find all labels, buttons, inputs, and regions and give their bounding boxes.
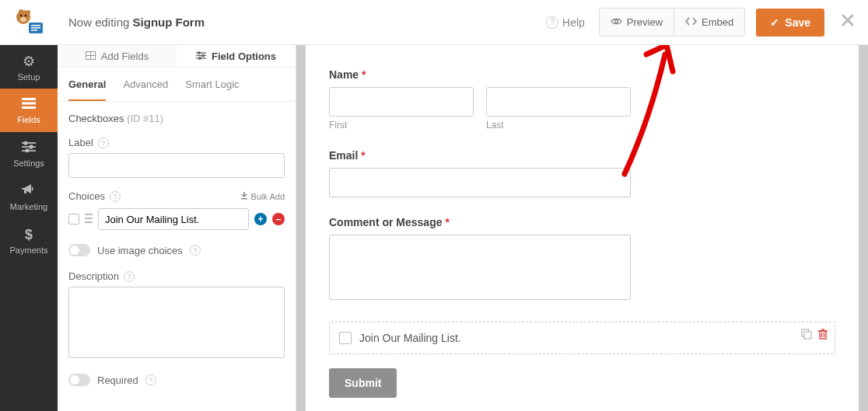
svg-rect-36 (820, 331, 826, 339)
preview-pane: Name * First Last (296, 45, 868, 411)
help-icon[interactable]: ? (110, 191, 121, 202)
tab-field-options[interactable]: Field Options (177, 45, 296, 67)
label-input[interactable] (68, 153, 285, 178)
eye-icon (611, 16, 622, 28)
subtab-general[interactable]: General (68, 78, 106, 101)
subtab-smartlogic[interactable]: Smart Logic (185, 78, 239, 101)
required-asterisk: * (361, 149, 365, 162)
name-label: Name (329, 68, 359, 81)
check-icon: ✓ (770, 16, 779, 29)
preview-embed-group: Preview Embed (599, 8, 745, 37)
tab-label: Add Fields (101, 51, 149, 62)
choice-input[interactable] (98, 208, 249, 230)
tab-add-fields[interactable]: Add Fields (58, 45, 177, 67)
help-icon[interactable]: ? (190, 245, 201, 256)
page-title: Now editing Signup Form (68, 16, 205, 29)
choices-label: Choices ? (68, 190, 121, 202)
svg-rect-11 (22, 103, 36, 105)
sub-tabs: General Advanced Smart Logic (58, 68, 296, 102)
required-asterisk: * (362, 68, 366, 81)
comment-label: Comment or Message (329, 216, 442, 228)
last-name-input[interactable] (486, 87, 631, 117)
svg-rect-19 (24, 190, 26, 193)
description-input[interactable] (68, 287, 285, 358)
submit-button[interactable]: Submit (329, 368, 397, 398)
svg-point-27 (202, 54, 205, 57)
svg-point-14 (24, 141, 27, 145)
duplicate-icon[interactable] (801, 329, 812, 342)
save-label: Save (785, 16, 810, 29)
nav-marketing[interactable]: Marketing (0, 176, 58, 219)
help-icon: ? (546, 16, 558, 29)
editing-prefix: Now editing (68, 16, 133, 29)
field-id: (ID #11) (127, 113, 163, 124)
comment-input[interactable] (329, 235, 631, 300)
embed-label: Embed (702, 16, 733, 28)
sliders-icon (22, 140, 36, 156)
field-type: Checkboxes (68, 113, 124, 124)
comment-field[interactable]: Comment or Message * (329, 216, 835, 303)
image-choices-label: Use image choices (97, 245, 183, 256)
list-icon (22, 96, 36, 113)
image-choices-toggle[interactable] (68, 244, 90, 256)
help-icon[interactable]: ? (98, 138, 109, 148)
help-icon[interactable]: ? (124, 271, 135, 282)
bullhorn-icon (22, 183, 36, 200)
nav-settings[interactable]: Settings (0, 132, 58, 176)
help-label: Help (562, 16, 585, 29)
form-preview: Name * First Last (306, 45, 859, 411)
preview-button[interactable]: Preview (600, 9, 674, 36)
tab-label: Field Options (212, 51, 276, 62)
top-tabs: Add Fields Field Options (58, 45, 296, 68)
help-icon[interactable]: ? (145, 374, 156, 385)
save-button[interactable]: ✓ Save (756, 9, 824, 37)
checkbox-label: Join Our Mailing List. (359, 332, 461, 344)
code-icon (685, 16, 697, 28)
close-button[interactable] (842, 14, 854, 30)
name-field[interactable]: Name * First Last (329, 57, 835, 131)
topbar: Now editing Signup Form ? Help Preview (58, 0, 868, 45)
checkbox-input[interactable] (339, 332, 352, 344)
subtab-advanced[interactable]: Advanced (123, 78, 168, 101)
add-choice-button[interactable]: + (254, 213, 267, 225)
choice-default-checkbox[interactable] (68, 214, 79, 225)
required-toggle[interactable] (68, 374, 90, 386)
required-asterisk: * (445, 216, 449, 228)
help-link[interactable]: ? Help (546, 16, 585, 29)
remove-choice-button[interactable]: – (272, 213, 285, 225)
nav-setup[interactable]: ⚙ Setup (0, 45, 58, 89)
svg-point-3 (20, 14, 23, 16)
first num-name-input[interactable] (329, 87, 474, 117)
choice-row: + – (68, 208, 285, 230)
bulk-add-link[interactable]: Bulk Add (240, 192, 285, 201)
svg-rect-31 (85, 214, 93, 215)
preview-label: Preview (627, 16, 663, 28)
svg-point-4 (25, 14, 27, 16)
svg-point-20 (614, 20, 618, 23)
email-label: Email (329, 149, 358, 162)
nav-payments[interactable]: $ Payments (0, 219, 58, 263)
embed-button[interactable]: Embed (674, 9, 744, 36)
svg-point-29 (199, 57, 201, 59)
form-name: Signup Form (133, 16, 205, 29)
bulk-add-label: Bulk Add (251, 192, 285, 201)
nav-label: Setup (18, 72, 40, 82)
email-field[interactable]: Email * (329, 149, 835, 197)
svg-point-18 (26, 149, 29, 152)
nav-label: Marketing (10, 202, 47, 211)
svg-point-25 (198, 51, 201, 54)
nav-fields[interactable]: Fields (0, 89, 58, 132)
nav-label: Fields (17, 115, 40, 124)
svg-rect-33 (85, 221, 93, 223)
trash-icon[interactable] (818, 329, 828, 342)
dollar-icon: $ (25, 227, 33, 243)
download-icon (240, 192, 248, 201)
sliders-icon (196, 51, 206, 62)
grid-icon (86, 51, 96, 62)
required-label: Required (97, 374, 138, 386)
checkbox-field-selected[interactable]: Join Our Mailing List. (329, 322, 835, 354)
nav-rail: ⚙ Setup Fields Settings Marketing $ Paym… (0, 0, 58, 411)
email-input[interactable] (329, 168, 631, 197)
svg-rect-32 (85, 218, 93, 219)
drag-handle-icon[interactable] (85, 214, 93, 225)
